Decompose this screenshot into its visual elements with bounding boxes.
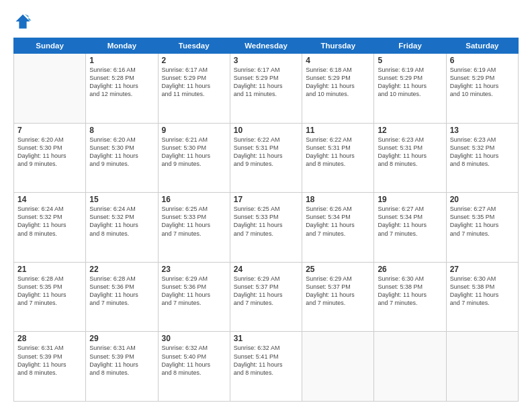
- day-number: 29: [89, 334, 154, 343]
- calendar-cell: 25Sunrise: 6:29 AM Sunset: 5:37 PM Dayli…: [302, 262, 374, 332]
- day-number: 31: [234, 334, 298, 343]
- calendar-week-row: 7Sunrise: 6:20 AM Sunset: 5:30 PM Daylig…: [14, 123, 519, 193]
- calendar-cell: 2Sunrise: 6:17 AM Sunset: 5:29 PM Daylig…: [158, 54, 230, 124]
- logo: [13, 12, 35, 31]
- day-info: Sunrise: 6:30 AM Sunset: 5:38 PM Dayligh…: [450, 275, 515, 308]
- calendar-day-header: Monday: [86, 38, 158, 54]
- calendar-cell: 29Sunrise: 6:31 AM Sunset: 5:39 PM Dayli…: [86, 332, 158, 402]
- calendar-cell: 23Sunrise: 6:29 AM Sunset: 5:36 PM Dayli…: [158, 262, 230, 332]
- calendar-cell: 4Sunrise: 6:18 AM Sunset: 5:29 PM Daylig…: [302, 54, 374, 124]
- calendar-cell: 8Sunrise: 6:20 AM Sunset: 5:30 PM Daylig…: [86, 123, 158, 193]
- day-info: Sunrise: 6:17 AM Sunset: 5:29 PM Dayligh…: [162, 66, 226, 99]
- day-number: 10: [234, 126, 298, 135]
- day-number: 18: [306, 195, 370, 204]
- day-info: Sunrise: 6:21 AM Sunset: 5:30 PM Dayligh…: [162, 136, 226, 169]
- day-number: 9: [162, 126, 226, 135]
- day-info: Sunrise: 6:29 AM Sunset: 5:37 PM Dayligh…: [306, 275, 370, 308]
- day-info: Sunrise: 6:22 AM Sunset: 5:31 PM Dayligh…: [234, 136, 298, 169]
- calendar-week-row: 28Sunrise: 6:31 AM Sunset: 5:39 PM Dayli…: [14, 332, 519, 402]
- day-info: Sunrise: 6:27 AM Sunset: 5:34 PM Dayligh…: [378, 205, 442, 238]
- calendar-cell: 26Sunrise: 6:30 AM Sunset: 5:38 PM Dayli…: [374, 262, 446, 332]
- calendar-day-header: Thursday: [302, 38, 374, 54]
- day-info: Sunrise: 6:16 AM Sunset: 5:28 PM Dayligh…: [89, 66, 154, 99]
- calendar-table: SundayMondayTuesdayWednesdayThursdayFrid…: [13, 38, 519, 402]
- calendar-cell: 28Sunrise: 6:31 AM Sunset: 5:39 PM Dayli…: [14, 332, 86, 402]
- logo-icon: [13, 12, 32, 31]
- calendar-page: SundayMondayTuesdayWednesdayThursdayFrid…: [0, 0, 532, 411]
- day-info: Sunrise: 6:19 AM Sunset: 5:29 PM Dayligh…: [378, 66, 442, 99]
- calendar-cell: 22Sunrise: 6:28 AM Sunset: 5:36 PM Dayli…: [86, 262, 158, 332]
- day-info: Sunrise: 6:25 AM Sunset: 5:33 PM Dayligh…: [234, 205, 298, 238]
- day-info: Sunrise: 6:32 AM Sunset: 5:40 PM Dayligh…: [162, 344, 226, 377]
- day-info: Sunrise: 6:23 AM Sunset: 5:31 PM Dayligh…: [378, 136, 442, 169]
- day-number: 20: [450, 195, 515, 204]
- calendar-cell: 15Sunrise: 6:24 AM Sunset: 5:32 PM Dayli…: [86, 193, 158, 263]
- day-number: 14: [17, 195, 82, 204]
- calendar-day-header: Friday: [374, 38, 446, 54]
- day-number: 8: [89, 126, 154, 135]
- day-info: Sunrise: 6:24 AM Sunset: 5:32 PM Dayligh…: [17, 205, 82, 238]
- day-number: 2: [162, 56, 226, 65]
- day-number: 22: [89, 265, 154, 274]
- calendar-cell: [446, 332, 518, 402]
- day-info: Sunrise: 6:28 AM Sunset: 5:35 PM Dayligh…: [17, 275, 82, 308]
- header: [13, 12, 519, 31]
- calendar-week-row: 14Sunrise: 6:24 AM Sunset: 5:32 PM Dayli…: [14, 193, 519, 263]
- day-number: 30: [162, 334, 226, 343]
- calendar-cell: [302, 332, 374, 402]
- day-number: 3: [234, 56, 298, 65]
- calendar-cell: 6Sunrise: 6:19 AM Sunset: 5:29 PM Daylig…: [446, 54, 518, 124]
- day-info: Sunrise: 6:18 AM Sunset: 5:29 PM Dayligh…: [306, 66, 370, 99]
- day-info: Sunrise: 6:26 AM Sunset: 5:34 PM Dayligh…: [306, 205, 370, 238]
- day-info: Sunrise: 6:19 AM Sunset: 5:29 PM Dayligh…: [450, 66, 515, 99]
- day-number: 19: [378, 195, 442, 204]
- calendar-cell: 27Sunrise: 6:30 AM Sunset: 5:38 PM Dayli…: [446, 262, 518, 332]
- day-number: 21: [17, 265, 82, 274]
- day-info: Sunrise: 6:28 AM Sunset: 5:36 PM Dayligh…: [89, 275, 154, 308]
- day-number: 5: [378, 56, 442, 65]
- day-info: Sunrise: 6:17 AM Sunset: 5:29 PM Dayligh…: [234, 66, 298, 99]
- day-number: 7: [17, 126, 82, 135]
- calendar-cell: [374, 332, 446, 402]
- calendar-cell: 13Sunrise: 6:23 AM Sunset: 5:32 PM Dayli…: [446, 123, 518, 193]
- day-info: Sunrise: 6:24 AM Sunset: 5:32 PM Dayligh…: [89, 205, 154, 238]
- day-info: Sunrise: 6:31 AM Sunset: 5:39 PM Dayligh…: [89, 344, 154, 377]
- day-number: 24: [234, 265, 298, 274]
- calendar-cell: 5Sunrise: 6:19 AM Sunset: 5:29 PM Daylig…: [374, 54, 446, 124]
- calendar-day-header: Saturday: [446, 38, 518, 54]
- day-info: Sunrise: 6:22 AM Sunset: 5:31 PM Dayligh…: [306, 136, 370, 169]
- day-number: 27: [450, 265, 515, 274]
- day-number: 12: [378, 126, 442, 135]
- day-number: 1: [89, 56, 154, 65]
- calendar-cell: 16Sunrise: 6:25 AM Sunset: 5:33 PM Dayli…: [158, 193, 230, 263]
- calendar-cell: 18Sunrise: 6:26 AM Sunset: 5:34 PM Dayli…: [302, 193, 374, 263]
- day-info: Sunrise: 6:20 AM Sunset: 5:30 PM Dayligh…: [89, 136, 154, 169]
- day-info: Sunrise: 6:20 AM Sunset: 5:30 PM Dayligh…: [17, 136, 82, 169]
- calendar-cell: 19Sunrise: 6:27 AM Sunset: 5:34 PM Dayli…: [374, 193, 446, 263]
- calendar-cell: 10Sunrise: 6:22 AM Sunset: 5:31 PM Dayli…: [230, 123, 302, 193]
- calendar-cell: 1Sunrise: 6:16 AM Sunset: 5:28 PM Daylig…: [86, 54, 158, 124]
- day-number: 28: [17, 334, 82, 343]
- day-info: Sunrise: 6:30 AM Sunset: 5:38 PM Dayligh…: [378, 275, 442, 308]
- calendar-cell: 21Sunrise: 6:28 AM Sunset: 5:35 PM Dayli…: [14, 262, 86, 332]
- day-info: Sunrise: 6:27 AM Sunset: 5:35 PM Dayligh…: [450, 205, 515, 238]
- calendar-day-header: Wednesday: [230, 38, 302, 54]
- day-info: Sunrise: 6:29 AM Sunset: 5:37 PM Dayligh…: [234, 275, 298, 308]
- calendar-cell: 30Sunrise: 6:32 AM Sunset: 5:40 PM Dayli…: [158, 332, 230, 402]
- calendar-week-row: 1Sunrise: 6:16 AM Sunset: 5:28 PM Daylig…: [14, 54, 519, 124]
- day-info: Sunrise: 6:29 AM Sunset: 5:36 PM Dayligh…: [162, 275, 226, 308]
- day-number: 13: [450, 126, 515, 135]
- day-number: 11: [306, 126, 370, 135]
- day-info: Sunrise: 6:23 AM Sunset: 5:32 PM Dayligh…: [450, 136, 515, 169]
- calendar-cell: [14, 54, 86, 124]
- day-number: 16: [162, 195, 226, 204]
- day-number: 17: [234, 195, 298, 204]
- calendar-cell: 9Sunrise: 6:21 AM Sunset: 5:30 PM Daylig…: [158, 123, 230, 193]
- day-number: 15: [89, 195, 154, 204]
- calendar-cell: 3Sunrise: 6:17 AM Sunset: 5:29 PM Daylig…: [230, 54, 302, 124]
- calendar-cell: 14Sunrise: 6:24 AM Sunset: 5:32 PM Dayli…: [14, 193, 86, 263]
- calendar-cell: 20Sunrise: 6:27 AM Sunset: 5:35 PM Dayli…: [446, 193, 518, 263]
- day-number: 4: [306, 56, 370, 65]
- day-info: Sunrise: 6:25 AM Sunset: 5:33 PM Dayligh…: [162, 205, 226, 238]
- calendar-cell: 7Sunrise: 6:20 AM Sunset: 5:30 PM Daylig…: [14, 123, 86, 193]
